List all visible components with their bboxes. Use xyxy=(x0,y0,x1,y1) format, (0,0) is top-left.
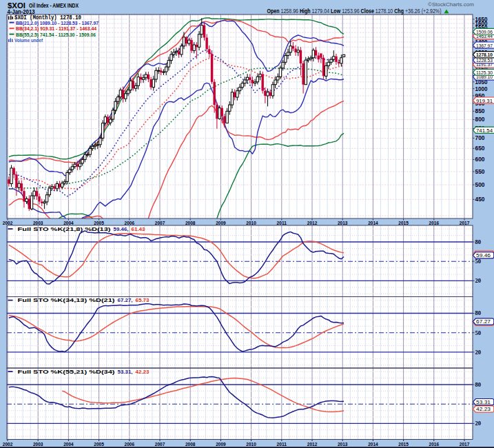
svg-text:Oil Index - AMEX INDX: Oil Index - AMEX INDX xyxy=(29,2,79,9)
svg-text:2005: 2005 xyxy=(94,441,104,447)
svg-text:1650: 1650 xyxy=(475,16,488,23)
svg-text:53.31: 53.31 xyxy=(476,399,491,405)
svg-text:850: 850 xyxy=(475,108,485,114)
svg-text:2012: 2012 xyxy=(307,220,318,226)
svg-text:741.54: 741.54 xyxy=(476,128,493,134)
svg-text:500: 500 xyxy=(475,181,485,188)
svg-text:50: 50 xyxy=(475,329,482,336)
svg-text:2014: 2014 xyxy=(368,220,378,226)
svg-text:Full STO %K(55,21) %D(34)53.31: Full STO %K(55,21) %D(34)53.31,42.23 xyxy=(18,369,150,375)
svg-text:©StockCharts.com: ©StockCharts.com xyxy=(428,1,474,8)
svg-text:1000: 1000 xyxy=(475,85,488,92)
svg-text:1125.30: 1125.30 xyxy=(476,70,493,76)
svg-text:42.23: 42.23 xyxy=(476,406,491,412)
svg-text:2009: 2009 xyxy=(216,441,226,447)
svg-text:2009: 2009 xyxy=(216,220,226,226)
svg-text:919.31: 919.31 xyxy=(476,98,493,104)
svg-text:50: 50 xyxy=(475,258,482,265)
svg-text:2006: 2006 xyxy=(125,220,135,226)
svg-text:80: 80 xyxy=(475,381,482,388)
svg-text:2003: 2003 xyxy=(33,220,43,226)
svg-text:2011: 2011 xyxy=(277,441,287,447)
svg-text:2012: 2012 xyxy=(307,441,318,447)
svg-text:67.27: 67.27 xyxy=(476,318,491,325)
svg-text:1367.97: 1367.97 xyxy=(476,43,493,49)
svg-text:2015: 2015 xyxy=(398,441,409,447)
svg-text:600: 600 xyxy=(475,156,485,163)
svg-text:2014: 2014 xyxy=(368,441,378,447)
svg-text:2002: 2002 xyxy=(3,220,13,226)
svg-text:20: 20 xyxy=(475,349,482,356)
svg-text:800: 800 xyxy=(475,116,485,123)
svg-text:59.46: 59.46 xyxy=(476,252,491,258)
svg-text:550: 550 xyxy=(475,168,485,175)
svg-text:2013: 2013 xyxy=(338,441,348,447)
svg-text:1278.10: 1278.10 xyxy=(476,52,493,58)
svg-text:2010: 2010 xyxy=(246,220,256,226)
svg-text:2016: 2016 xyxy=(429,220,440,226)
svg-text:20: 20 xyxy=(475,277,482,284)
svg-text:2002: 2002 xyxy=(3,441,13,447)
svg-text:2006: 2006 xyxy=(125,441,135,447)
svg-text:2007: 2007 xyxy=(155,441,165,447)
svg-text:2017: 2017 xyxy=(460,441,470,447)
svg-text:80: 80 xyxy=(475,238,482,245)
svg-text:20: 20 xyxy=(475,420,482,427)
svg-text:2013: 2013 xyxy=(338,220,348,226)
svg-text:80: 80 xyxy=(475,309,482,316)
svg-text:2008: 2008 xyxy=(185,220,196,226)
svg-text:450: 450 xyxy=(475,196,485,203)
svg-text:700: 700 xyxy=(475,134,485,141)
svg-text:2004: 2004 xyxy=(63,441,74,447)
svg-text:Open 1258.96 High 1279.04 Low: Open 1258.96 High 1279.04 Low 1253.96 Cl… xyxy=(267,8,442,14)
svg-text:650: 650 xyxy=(475,145,485,152)
svg-text:1509.06: 1509.06 xyxy=(476,29,493,35)
svg-text:2010: 2010 xyxy=(246,441,256,447)
svg-text:2005: 2005 xyxy=(94,220,104,226)
svg-text:2016: 2016 xyxy=(429,441,440,447)
svg-text:2004: 2004 xyxy=(63,220,74,226)
svg-text:2015: 2015 xyxy=(398,220,409,226)
svg-text:Full STO %K(21,8) %D(13)59.46,: Full STO %K(21,8) %D(13)59.46,61.43 xyxy=(18,226,146,232)
svg-text:2003: 2003 xyxy=(33,441,43,447)
svg-text:2017: 2017 xyxy=(460,220,470,226)
svg-text:2007: 2007 xyxy=(155,220,165,226)
svg-text:Volume undef: Volume undef xyxy=(14,37,43,43)
svg-text:4-Jan-2013: 4-Jan-2013 xyxy=(8,8,35,15)
svg-text:2011: 2011 xyxy=(277,220,287,226)
svg-text:2008: 2008 xyxy=(185,441,196,447)
svg-text:Full STO %K(34,13) %D(21)67.27: Full STO %K(34,13) %D(21)67.27,65.73 xyxy=(18,297,150,303)
